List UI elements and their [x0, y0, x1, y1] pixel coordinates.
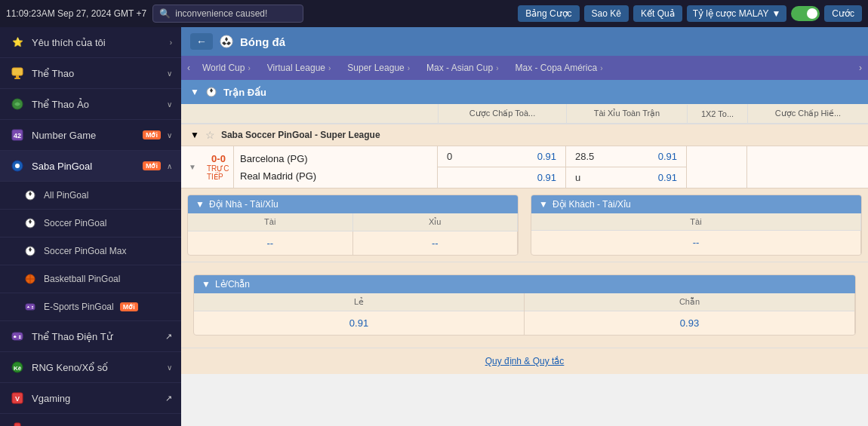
- th-tai: Tài: [531, 213, 861, 230]
- topbar: 11:09:23AM Sep 27, 2024 GMT +7 🔍 inconve…: [0, 0, 868, 27]
- sub-item-basketball-pingoal[interactable]: Basketball PinGoal: [0, 265, 181, 293]
- svg-rect-21: [32, 308, 33, 308]
- search-icon: 🔍: [159, 8, 171, 19]
- sport-header: ← Bóng đá: [181, 27, 868, 56]
- external-link-icon: ↗: [165, 394, 172, 403]
- le-chan-title: Lẻ/Chẵn: [215, 279, 250, 290]
- svg-rect-19: [27, 307, 29, 308]
- right-scroll-icon[interactable]: ›: [856, 63, 865, 73]
- team1-name: Barcelona (PG): [240, 153, 431, 164]
- sidebar-item-vgaming-mobi[interactable]: Vgaming Mobi ↗: [0, 414, 181, 426]
- section-header-tran-dau: ▼ Trận Đấu: [181, 80, 868, 104]
- sidebar-item-vgaming[interactable]: V Vgaming ↗: [0, 383, 181, 414]
- sidebar-item-the-thao-dien-tu[interactable]: Thể Thao Điện Tử ↗: [0, 321, 181, 352]
- tab-arrow: ›: [496, 64, 498, 72]
- basketball-icon: [23, 271, 38, 287]
- xiu-label: u: [575, 172, 580, 183]
- tab-asian-cup[interactable]: Max - Asian Cup ›: [419, 60, 506, 76]
- tab-copa-america[interactable]: Max - Copa América ›: [507, 60, 610, 76]
- new-badge: Mới: [120, 302, 138, 311]
- topbar-time: 11:09:23AM Sep 27, 2024 GMT +7: [6, 8, 146, 19]
- doi-nha-xiu-val[interactable]: --: [353, 231, 519, 255]
- esports-main-icon: [9, 328, 26, 345]
- favorite-star-icon[interactable]: ☆: [205, 129, 215, 141]
- soccer-ball-icon: [23, 216, 38, 231]
- sidebar-item-label: Vgaming: [32, 393, 159, 404]
- doi-khach-tai-val[interactable]: --: [531, 231, 861, 254]
- tai-row[interactable]: 28.5 0.91: [566, 146, 686, 167]
- doi-khach-headers: Tài: [531, 213, 861, 231]
- back-button[interactable]: ←: [190, 33, 213, 50]
- sidebar-item-saba-pingoal[interactable]: Saba PinGoal Mới ∧: [0, 151, 181, 182]
- chan-col: Chẵn 0.93: [525, 293, 855, 335]
- sub-item-soccer-pingoal-max[interactable]: Soccer PinGoal Max: [0, 238, 181, 265]
- chan-header: Chẵn: [525, 293, 854, 311]
- sidebar-item-label: Thể Thao Điện Tử: [32, 331, 159, 342]
- tai-xiu-col: 28.5 0.91 u 0.91: [566, 146, 687, 188]
- match-collapse[interactable]: ▼: [181, 146, 204, 188]
- chan-value[interactable]: 0.93: [525, 311, 854, 335]
- chevron-down-icon: ▼: [189, 163, 196, 171]
- sidebar-item-yeu-thich[interactable]: ⭐ Yêu thích của tôi ›: [0, 27, 181, 58]
- league-tabs: ‹ World Cup › Virtual League › Super Lea…: [181, 56, 868, 80]
- match-score: 0-0: [211, 153, 226, 164]
- star-icon: ⭐: [9, 34, 26, 51]
- sidebar-item-number-game[interactable]: 42 Number Game Mới ∨: [0, 120, 181, 151]
- ket-qua-button[interactable]: Kết Quả: [633, 5, 682, 22]
- doi-khach-section: ▼ Đội Khách - Tài/Xỉu Tài --: [531, 195, 862, 256]
- col-header-cuoc-chap: Cược Chấp Toà...: [438, 104, 566, 123]
- doi-nha-tai-val[interactable]: --: [188, 231, 353, 255]
- new-badge: Mới: [143, 130, 161, 139]
- tab-label: World Cup: [202, 63, 245, 73]
- vgaming-icon: V: [9, 390, 26, 406]
- soccer-icon: [219, 34, 234, 49]
- cuoc-chap-hie-col: [747, 146, 868, 188]
- sub-item-soccer-pingoal[interactable]: Soccer PinGoal: [0, 210, 181, 238]
- sidebar-item-rng-keno[interactable]: Kê RNG Keno/Xổ số ∨: [0, 352, 181, 383]
- xiu-row[interactable]: u 0.91: [566, 167, 686, 188]
- sub-item-all-pingoal[interactable]: All PinGoal: [0, 182, 181, 210]
- tab-super-league[interactable]: Super League ›: [340, 60, 417, 76]
- sport-title: Bóng đá: [240, 35, 285, 48]
- handicap-team1[interactable]: 0 0.91: [438, 146, 565, 167]
- tab-label: Super League: [347, 63, 404, 73]
- doi-nha-headers: Tài Xỉu: [188, 213, 518, 231]
- match-status: TRỰC TIẾP: [207, 164, 230, 181]
- left-scroll-icon[interactable]: ‹: [184, 63, 193, 73]
- le-chan-body: Lẻ 0.91 Chẵn 0.93: [194, 293, 855, 335]
- sidebar-item-the-thao[interactable]: Thể Thao ∨: [0, 58, 181, 89]
- svg-rect-1: [16, 75, 19, 78]
- tab-label: Max - Copa América: [515, 63, 597, 73]
- svg-rect-25: [19, 336, 21, 337]
- search-text: inconvenience caused!: [175, 8, 267, 19]
- toggle-switch[interactable]: [791, 6, 820, 21]
- collapse-arrow[interactable]: ▼: [202, 279, 211, 290]
- le-value[interactable]: 0.91: [194, 311, 524, 335]
- svg-point-7: [15, 164, 20, 168]
- sao-ke-button[interactable]: Sao Kê: [584, 5, 629, 22]
- collapse-arrow[interactable]: ▼: [539, 199, 548, 210]
- bang-cuoc-button[interactable]: Bảng Cược: [518, 5, 579, 22]
- sub-item-esports-pingoal[interactable]: E-Sports PinGoal Mới: [0, 293, 181, 321]
- collapse-arrow[interactable]: ▼: [190, 87, 199, 97]
- league-name: Saba Soccer PinGoal - Super League: [221, 130, 380, 140]
- tab-virtual-league[interactable]: Virtual League ›: [260, 60, 339, 76]
- odds-select[interactable]: Tỷ lệ cược MALAY ▼: [687, 5, 787, 22]
- doi-khach-title: Đội Khách - Tài/Xỉu: [553, 199, 631, 210]
- le-col: Lẻ 0.91: [194, 293, 525, 335]
- collapse-arrow-league[interactable]: ▼: [190, 130, 199, 140]
- sidebar-item-label: RNG Keno/Xổ số: [32, 362, 161, 373]
- tab-world-cup[interactable]: World Cup ›: [195, 60, 258, 76]
- handicap-val1: 0: [447, 151, 452, 162]
- search-box[interactable]: 🔍 inconvenience caused!: [152, 5, 303, 23]
- collapse-arrow[interactable]: ▼: [195, 199, 205, 210]
- sidebar-item-the-thao-ao[interactable]: Thể Thao Ảo ∨: [0, 89, 181, 120]
- footer-link[interactable]: Quy định & Quy tắc: [485, 356, 565, 366]
- svg-rect-26: [19, 338, 21, 339]
- table-header: Cược Chấp Toà... Tài Xỉu Toàn Trận 1X2 T…: [181, 104, 868, 124]
- cuoc-button[interactable]: Cước: [824, 5, 862, 22]
- chevron-down-icon: ▼: [771, 8, 780, 19]
- soccer-ball-icon: [23, 188, 38, 203]
- handicap-team2[interactable]: 0.91: [438, 167, 565, 188]
- soccer-ball-icon: [23, 244, 38, 259]
